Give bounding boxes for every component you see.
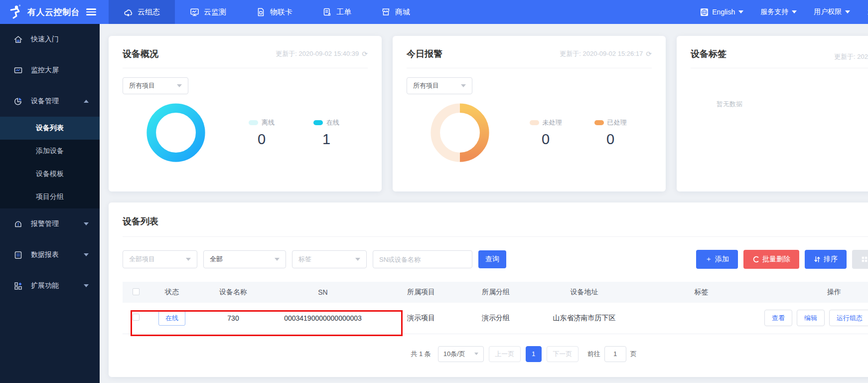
cloud-icon (124, 7, 133, 17)
chevron-down-icon (84, 253, 89, 256)
select-value: 全部项目 (129, 255, 155, 264)
chevron-down-icon (474, 353, 478, 355)
legend-handled: 已处理 0 (594, 118, 627, 148)
table-row[interactable]: 在线 730 00034190000000000003 演示项目 演示分组 山东… (123, 303, 868, 334)
divider (123, 68, 368, 68)
goto-page-input[interactable] (604, 346, 626, 362)
status-badge[interactable]: 在线 (158, 311, 185, 326)
updated-timestamp: 更新于: 2020-09-02 15:26:17 ⟳ (560, 49, 652, 58)
page: 有人云控制台 云组态 云监测 (0, 0, 868, 383)
cell-address: 山东省济南市历下区 (523, 303, 645, 334)
chevron-down-icon (84, 284, 89, 287)
button-label: 添加 (715, 255, 729, 264)
nav-cloud-scada[interactable]: 云组态 (109, 0, 175, 24)
sidebar-subitem-project-group[interactable]: 项目分组 (0, 186, 100, 208)
chevron-down-icon (275, 258, 280, 261)
device-overview-card: 设备概况 更新于: 2020-09-02 15:40:39 ⟳ 所有项目 (109, 36, 382, 192)
nav-iot-card[interactable]: 物联卡 (241, 0, 307, 24)
nav-cloud-monitor[interactable]: 云监测 (175, 0, 241, 24)
big-screen-icon (13, 66, 23, 75)
sn-search-input[interactable] (373, 250, 472, 268)
legend-unhandled: 未处理 0 (530, 118, 562, 148)
nav-label: 物联卡 (270, 7, 292, 17)
edit-button[interactable]: 编辑 (797, 310, 825, 326)
project-filter-select[interactable]: 所有项目 (407, 77, 472, 94)
language-switcher[interactable]: English (700, 8, 743, 16)
nav-label: 工单 (336, 7, 351, 17)
view-button[interactable]: 查看 (764, 310, 792, 326)
export-grid-icon (861, 256, 868, 263)
project-filter-select[interactable]: 所有项目 (123, 77, 188, 94)
export-button[interactable]: 导出 (852, 250, 868, 269)
sidebar-item-quick-start[interactable]: 快速入门 (0, 24, 100, 55)
next-page-button[interactable]: 下一页 (547, 346, 579, 362)
select-value: 所有项目 (413, 81, 439, 90)
refresh-icon[interactable]: ⟳ (362, 50, 368, 58)
sidebar-item-extensions[interactable]: 扩展功能 (0, 270, 100, 301)
nav-mall[interactable]: 商城 (366, 0, 425, 24)
total-count: 共 1 条 (411, 350, 431, 359)
prev-page-button[interactable]: 上一页 (489, 346, 521, 362)
top-navigation: 云组态 云监测 物联卡 (109, 0, 700, 24)
project-filter-select[interactable]: 全部项目 (123, 250, 197, 268)
sidebar-subitem-device-template[interactable]: 设备模板 (0, 163, 100, 186)
page-size-select[interactable]: 10条/页 (438, 346, 484, 362)
device-status-donut-chart (143, 99, 209, 166)
batch-delete-icon (752, 256, 759, 263)
main-content: 设备概况 更新于: 2020-09-02 15:40:39 ⟳ 所有项目 (100, 24, 868, 383)
header-tag: 标签 (645, 282, 757, 303)
hamburger-menu-icon[interactable] (86, 8, 96, 15)
legend-value: 0 (606, 131, 614, 148)
sidebar-subitem-label: 添加设备 (36, 147, 64, 156)
legend-swatch (313, 120, 323, 125)
row-actions: 查看 编辑 运行组态 (757, 310, 868, 326)
legend-label: 离线 (262, 118, 275, 127)
cell-device-name: 730 (194, 303, 272, 334)
service-support-menu[interactable]: 服务支持 (760, 7, 797, 16)
sidebar-item-alarm-management[interactable]: 报警管理 (0, 208, 100, 239)
empty-state-text: 暂无数据 (717, 100, 742, 109)
add-device-button[interactable]: ＋ 添加 (696, 250, 738, 269)
header-sn: SN (272, 282, 374, 303)
service-support-label: 服务支持 (760, 7, 788, 16)
run-scada-button[interactable]: 运行组态 (829, 310, 868, 326)
legend-online: 在线 1 (313, 118, 339, 148)
tag-filter-select[interactable]: 标签 (292, 250, 367, 268)
divider (691, 68, 868, 68)
sidebar-item-monitor-screen[interactable]: 监控大屏 (0, 55, 100, 86)
status-filter-select[interactable]: 全部 (203, 250, 286, 268)
user-permissions-menu[interactable]: 用户权限 (814, 7, 850, 16)
sidebar-item-label: 报警管理 (31, 219, 76, 228)
sidebar-item-device-management[interactable]: 设备管理 (0, 86, 100, 117)
divider (123, 236, 868, 237)
updated-text: 更新于: 2020-09-02 15:26:17 (560, 49, 643, 58)
legend-value: 1 (322, 131, 330, 148)
select-all-checkbox[interactable] (133, 288, 140, 295)
sidebar-subitem-add-device[interactable]: 添加设备 (0, 140, 100, 163)
filter-toolbar: 全部项目 全部 标签 查询 ＋ (123, 250, 868, 269)
header-group: 所属分组 (468, 282, 523, 303)
sidebar-item-data-reports[interactable]: 数据报表 (0, 239, 100, 270)
brand: 有人云控制台 (0, 0, 109, 24)
sidebar-subitem-device-list[interactable]: 设备列表 (0, 117, 100, 140)
legend-offline: 离线 0 (249, 118, 275, 148)
apps-grid-icon (13, 281, 23, 291)
cell-project: 演示项目 (374, 303, 468, 334)
page-1-button[interactable]: 1 (526, 346, 542, 362)
batch-delete-button[interactable]: 批量删除 (743, 250, 799, 269)
chevron-down-icon (845, 10, 850, 13)
nav-label: 云组态 (138, 7, 160, 17)
plus-icon: ＋ (705, 255, 712, 264)
header-address: 设备地址 (523, 282, 645, 303)
nav-work-order[interactable]: 工单 (307, 0, 366, 24)
refresh-icon[interactable]: ⟳ (646, 50, 652, 58)
cell-group: 演示分组 (468, 303, 523, 334)
row-checkbox[interactable] (133, 314, 140, 321)
sort-button[interactable]: 排序 (805, 250, 847, 269)
table-header-row: 状态 设备名称 SN 所属项目 所属分组 设备地址 标签 操作 (123, 282, 868, 303)
search-button[interactable]: 查询 (478, 250, 506, 268)
select-value: 所有项目 (129, 81, 155, 90)
sidebar-item-label: 数据报表 (31, 250, 76, 259)
select-value: 10条/页 (443, 350, 465, 359)
chevron-down-icon (461, 84, 466, 87)
